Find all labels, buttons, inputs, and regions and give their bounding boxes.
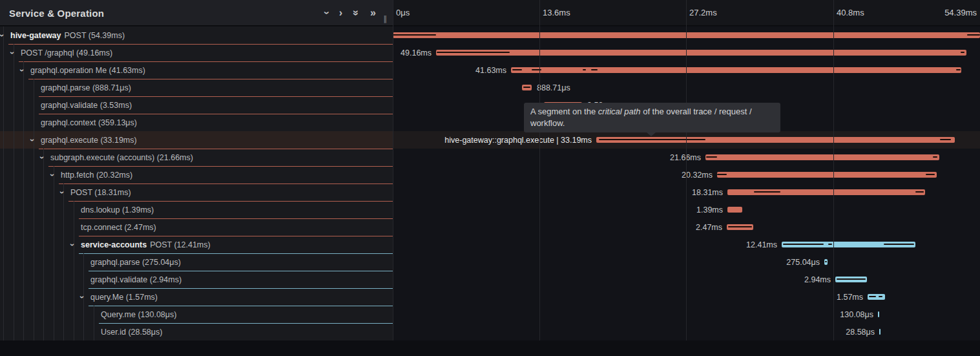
span-timeline-row[interactable]: hive-gateway::graphql.execute | 33.19ms bbox=[393, 131, 980, 149]
indent-guide bbox=[3, 61, 4, 79]
span-tree-row[interactable]: ›subgraph.execute (accounts) (21.66ms) bbox=[0, 149, 393, 166]
critical-path-segment bbox=[717, 174, 727, 175]
span-tree-row[interactable]: Query.me (130.08μs) bbox=[0, 306, 393, 323]
span-tree-row[interactable]: graphql.parse (888.71μs) bbox=[0, 79, 393, 96]
span-timeline-row[interactable]: 12.41ms bbox=[393, 236, 980, 253]
span-tree-row[interactable]: ›hive-gatewayPOST (54.39ms) bbox=[0, 26, 393, 44]
span-duration-bar[interactable] bbox=[522, 85, 532, 90]
indent-guide bbox=[3, 271, 4, 288]
indent-guide bbox=[23, 218, 24, 236]
chevron-down-icon[interactable]: › bbox=[48, 173, 57, 176]
span-timeline-row[interactable]: 2.47ms bbox=[393, 218, 980, 236]
span-duration-bar[interactable] bbox=[436, 50, 966, 56]
span-duration-label: 49.16ms bbox=[401, 48, 432, 58]
span-duration-bar[interactable] bbox=[868, 294, 885, 300]
span-timeline-row[interactable]: 1.57ms bbox=[393, 288, 980, 306]
span-timeline-row[interactable]: 2.94ms bbox=[393, 271, 980, 288]
chevron-down-icon[interactable]: › bbox=[28, 138, 37, 141]
indent-guide bbox=[83, 323, 84, 340]
span-tree-row[interactable]: ›query.Me (1.57ms) bbox=[0, 288, 393, 306]
indent-guide bbox=[34, 201, 34, 218]
indent-guide bbox=[34, 306, 34, 323]
span-tree-row[interactable]: graphql.validate (3.53ms) bbox=[0, 96, 393, 114]
span-duration-bar[interactable] bbox=[727, 224, 753, 230]
indent-guide bbox=[34, 218, 34, 236]
chevron-down-icon[interactable]: › bbox=[58, 191, 67, 193]
indent-guide bbox=[63, 236, 64, 253]
span-duration-bar[interactable] bbox=[596, 137, 955, 143]
indent-guide bbox=[14, 306, 14, 323]
span-timeline-row[interactable]: 49.16ms bbox=[393, 44, 980, 61]
span-tree-row[interactable]: ›POST /graphql (49.16ms) bbox=[0, 44, 393, 61]
critical-path-segment bbox=[956, 69, 961, 70]
span-timeline-row[interactable]: 1.39ms bbox=[393, 201, 980, 218]
span-tree-row[interactable]: User.id (28.58μs) bbox=[0, 323, 393, 340]
double-chevron-down-icon[interactable]: » bbox=[351, 10, 362, 16]
span-duration-label: 12.41ms bbox=[746, 240, 777, 249]
indent-guide bbox=[34, 149, 34, 166]
indent-guide bbox=[63, 201, 64, 218]
column-resize-handle[interactable]: ∥ bbox=[383, 14, 388, 23]
chevron-down-icon[interactable]: › bbox=[68, 243, 77, 246]
span-duration-bar[interactable] bbox=[824, 259, 828, 265]
indent-guide bbox=[3, 323, 4, 340]
span-tree-row[interactable]: ›graphql.operation Me (41.63ms) bbox=[0, 61, 393, 79]
critical-path-segment bbox=[599, 139, 705, 140]
span-duration-bar[interactable] bbox=[717, 172, 937, 178]
span-tree-row[interactable]: dns.lookup (1.39ms) bbox=[0, 201, 393, 218]
indent-guide bbox=[54, 183, 54, 201]
span-name-label: hive-gatewayPOST (54.39ms) bbox=[10, 31, 125, 40]
indent-guide bbox=[3, 253, 4, 271]
chevron-down-icon[interactable]: › bbox=[38, 156, 47, 158]
chevron-down-icon[interactable]: › bbox=[8, 51, 17, 54]
chevron-down-icon[interactable]: › bbox=[78, 295, 87, 298]
indent-guide bbox=[63, 271, 64, 288]
span-duration-bar[interactable] bbox=[705, 154, 939, 160]
indent-guide bbox=[54, 201, 54, 218]
axis-tick-label: 0μs bbox=[396, 8, 410, 17]
chevron-down-icon[interactable]: › bbox=[0, 34, 6, 36]
span-tree-row[interactable]: ›service-accountsPOST (12.41ms) bbox=[0, 236, 393, 253]
span-timeline-row[interactable]: 41.63ms bbox=[393, 61, 980, 79]
indent-guide bbox=[14, 61, 14, 79]
indent-guide bbox=[3, 201, 4, 218]
indent-guide bbox=[3, 96, 4, 114]
span-tree-row[interactable]: ›POST (18.31ms) bbox=[0, 183, 393, 201]
critical-path-segment bbox=[393, 34, 436, 36]
span-timeline-row[interactable] bbox=[393, 26, 980, 44]
span-timeline-row[interactable]: 18.31ms bbox=[393, 183, 980, 201]
indent-guide bbox=[74, 201, 74, 218]
span-timeline-row[interactable]: 130.08μs bbox=[393, 306, 980, 323]
span-timeline-row[interactable]: 275.04μs bbox=[393, 253, 980, 271]
span-tree-row[interactable]: ›http.fetch (20.32ms) bbox=[0, 166, 393, 183]
span-tree-row[interactable]: ›graphql.execute (33.19ms) bbox=[0, 131, 393, 149]
span-tree-row[interactable]: graphql.parse (275.04μs) bbox=[0, 253, 393, 271]
chevron-down-icon[interactable]: › bbox=[18, 68, 26, 71]
span-duration-bar[interactable] bbox=[782, 242, 915, 247]
chevron-down-icon[interactable]: › bbox=[321, 11, 331, 14]
span-duration-bar[interactable] bbox=[511, 67, 961, 73]
span-tree-row[interactable]: graphql.validate (2.94ms) bbox=[0, 271, 393, 288]
chevron-right-icon[interactable]: › bbox=[339, 8, 342, 18]
span-duration-bar[interactable] bbox=[878, 311, 879, 317]
indent-guide bbox=[14, 96, 14, 114]
double-chevron-right-icon[interactable]: » bbox=[370, 8, 376, 18]
span-name-label: graphql.parse (275.04μs) bbox=[90, 258, 181, 267]
span-duration-bar[interactable] bbox=[727, 189, 925, 195]
span-duration-bar[interactable] bbox=[727, 207, 742, 213]
indent-guide bbox=[23, 79, 24, 96]
indent-guide bbox=[54, 323, 54, 340]
span-timeline-row[interactable]: 20.32ms bbox=[393, 166, 980, 183]
span-tree-row[interactable]: graphql.context (359.13μs) bbox=[0, 114, 393, 131]
indent-guide bbox=[14, 166, 14, 183]
indent-guide bbox=[34, 114, 34, 131]
indent-guide bbox=[23, 288, 24, 306]
span-tree-row[interactable]: tcp.connect (2.47ms) bbox=[0, 218, 393, 236]
span-timeline-row[interactable]: 21.66ms bbox=[393, 149, 980, 166]
span-duration-bar[interactable] bbox=[835, 277, 867, 282]
span-timeline-row[interactable]: 888.71μs bbox=[393, 79, 980, 96]
span-duration-bar[interactable] bbox=[393, 32, 980, 38]
span-duration-bar[interactable] bbox=[879, 329, 881, 335]
span-name-label: http.fetch (20.32ms) bbox=[61, 171, 132, 180]
span-timeline-row[interactable]: 28.58μs bbox=[393, 323, 980, 340]
